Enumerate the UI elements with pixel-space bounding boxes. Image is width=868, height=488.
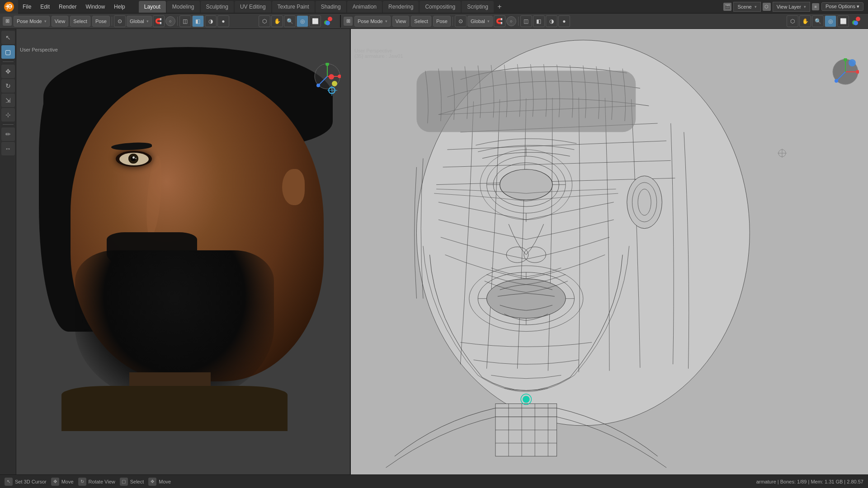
main-content: ↖ ▢ ✥ ↻ ⇲ ⊹ ✏ ↔ — [0, 29, 868, 474]
status-move1: ✥ Move — [51, 478, 74, 486]
pose-options-button[interactable]: Pose Options ▾ — [821, 2, 863, 11]
viewport-right-perspective: User Perspective — [354, 48, 403, 53]
viewport-mode-icon-right: ⊞ — [344, 17, 353, 26]
tab-add-button[interactable]: + — [495, 2, 505, 12]
viewport-divider — [340, 15, 341, 28]
rotate-view-icon: ↻ — [78, 478, 86, 486]
view-dropdown-left[interactable]: View — [52, 16, 69, 27]
material-shade-left[interactable]: ◑ — [205, 15, 217, 27]
menu-file[interactable]: File — [18, 0, 36, 14]
select-dropdown-right[interactable]: Select — [411, 16, 431, 27]
cursor-tool-btn[interactable]: ↖ — [1, 31, 15, 44]
snapping-btn-left[interactable]: 🧲 — [153, 15, 165, 27]
hand-btn-right[interactable]: ✋ — [799, 15, 811, 27]
hand-btn-left[interactable]: ✋ — [271, 15, 283, 27]
viewport-shading-left: ◫ ◧ ◑ ● — [179, 15, 229, 27]
transform-tool-btn[interactable]: ⊹ — [1, 108, 15, 122]
blender-logo[interactable] — [0, 0, 18, 14]
gizmo-dot-z-right — [854, 21, 858, 25]
move-tool-btn[interactable]: ✥ — [1, 65, 15, 78]
svg-point-47 — [523, 396, 530, 403]
proportional-edit-right[interactable]: ○ — [506, 16, 516, 26]
scene-selector[interactable]: Scene ▾ — [733, 2, 760, 12]
pivot-btn-right[interactable]: ⊙ — [455, 15, 467, 27]
viewport-shading-right: ◫ ◧ ◑ ● — [520, 15, 570, 27]
menu-render[interactable]: Render — [54, 0, 81, 14]
scale-tool-btn[interactable]: ⇲ — [1, 94, 15, 107]
scene-btn-right[interactable]: ⬡ — [787, 15, 798, 27]
cursor-label: Set 3D Cursor — [15, 479, 47, 484]
menu-edit[interactable]: Edit — [36, 0, 54, 14]
material-shade-right[interactable]: ◑ — [546, 15, 557, 27]
tab-texture-paint[interactable]: Texture Paint — [272, 1, 315, 13]
tab-rendering[interactable]: Rendering — [383, 1, 419, 13]
workspace-tabs: Layout Modeling Sculpting UV Editing Tex… — [139, 1, 505, 13]
gizmo-x-dot — [329, 74, 334, 80]
gizmo-dot-z-left — [326, 21, 330, 25]
tab-sculpting[interactable]: Sculpting — [201, 1, 234, 13]
svg-point-55 — [835, 79, 838, 83]
zoom-btn-right[interactable]: 🔍 — [812, 15, 824, 27]
xray-btn-left[interactable]: ⬜ — [309, 15, 321, 27]
tab-shading[interactable]: Shading — [316, 1, 346, 13]
measure-tool-btn[interactable]: ↔ — [1, 142, 15, 155]
xray-btn-right[interactable]: ⬜ — [837, 15, 849, 27]
svg-point-18 — [500, 169, 552, 200]
view-dropdown-right[interactable]: View — [392, 16, 410, 27]
menu-window[interactable]: Window — [81, 0, 109, 14]
pose-mode-dropdown-left[interactable]: Pose Mode ▾ — [14, 16, 50, 27]
pose-dropdown-right[interactable]: Pose — [433, 16, 451, 27]
scene-icon: ⬡ — [763, 3, 771, 11]
global-dropdown-right[interactable]: Global ▾ — [467, 16, 493, 27]
gizmo-dot-x-right — [856, 17, 860, 21]
rendered-shade-right[interactable]: ● — [558, 15, 570, 27]
pose-mode-dropdown-right[interactable]: Pose Mode ▾ — [354, 16, 391, 27]
tab-scripting[interactable]: Scripting — [462, 1, 494, 13]
snapping-btn-right[interactable]: 🧲 — [494, 15, 505, 27]
overlay-btn-right[interactable]: ◎ — [825, 15, 836, 27]
move-icon1: ✥ — [51, 478, 59, 486]
global-dropdown-left[interactable]: Global ▾ — [127, 16, 152, 27]
move-icon2: ✥ — [148, 478, 156, 486]
tab-layout[interactable]: Layout — [139, 1, 166, 13]
shoulders — [61, 386, 288, 431]
rotate-tool-btn[interactable]: ↻ — [1, 79, 15, 93]
wireframe-shade-left[interactable]: ◫ — [179, 15, 191, 27]
viewport-overlay-right: ⬡ ✋ 🔍 ◎ ⬜ — [787, 15, 865, 27]
select-dropdown-left[interactable]: Select — [70, 16, 90, 27]
pose-dropdown-left[interactable]: Pose — [92, 16, 110, 27]
render-engine-icon[interactable]: 🎬 — [723, 3, 731, 11]
zoom-btn-left[interactable]: 🔍 — [284, 15, 296, 27]
select-tool-btn[interactable]: ▢ — [1, 45, 15, 59]
gizmo-dot-x-left — [328, 17, 332, 21]
pivot-btn-left[interactable]: ⊙ — [114, 15, 126, 27]
tab-modeling[interactable]: Modeling — [167, 1, 200, 13]
menu-help[interactable]: Help — [109, 0, 130, 14]
gizmo-widget-right[interactable] — [832, 58, 859, 85]
view-layer-selector[interactable]: View Layer ▾ — [773, 2, 810, 12]
rotate-view-label: Rotate View — [89, 479, 115, 484]
proportional-edit-left[interactable]: ○ — [165, 16, 175, 26]
status-rotate: ↻ Rotate View — [78, 478, 115, 486]
viewport-right[interactable]: User Perspective (35) armature : Jaw01 — [351, 29, 868, 474]
viewport-left[interactable]: User Perspective — [16, 29, 351, 474]
solid-shade-right[interactable]: ◧ — [533, 15, 545, 27]
scene-btn-left[interactable]: ⬡ — [259, 15, 270, 27]
overlay-btn-left[interactable]: ◎ — [297, 15, 308, 27]
rendered-shade-left[interactable]: ● — [217, 15, 229, 27]
tab-animation[interactable]: Animation — [347, 1, 382, 13]
view-layer-icon: ≡ — [812, 3, 819, 10]
status-bar: ↖ Set 3D Cursor ✥ Move ↻ Rotate View ▢ S… — [0, 474, 868, 488]
viewport-left-perspective: User Perspective — [20, 47, 58, 52]
svg-rect-3 — [5, 6, 12, 7]
top-right-controls: 🎬 Scene ▾ ⬡ View Layer ▾ ≡ Pose Options … — [723, 2, 868, 12]
wireframe-shade-right[interactable]: ◫ — [520, 15, 532, 27]
tab-compositing[interactable]: Compositing — [420, 1, 461, 13]
cursor-icon: ↖ — [5, 478, 13, 486]
annotate-tool-btn[interactable]: ✏ — [1, 127, 15, 141]
solid-shade-left[interactable]: ◧ — [192, 15, 204, 27]
tab-uv-editing[interactable]: UV Editing — [235, 1, 271, 13]
move-gizmo-left — [326, 74, 337, 86]
pivot-controls-left: ⊙ Global ▾ 🧲 ○ — [114, 15, 175, 27]
eye-highlight — [132, 156, 135, 159]
